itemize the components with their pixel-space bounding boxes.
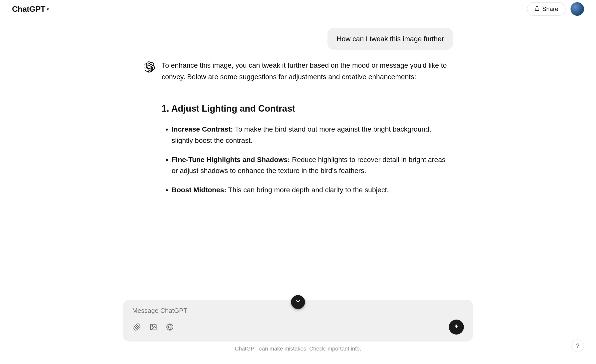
chevron-down-icon — [295, 298, 301, 306]
section-divider — [162, 92, 453, 92]
share-icon — [534, 5, 540, 12]
list-item: Boost Midtones: This can bring more dept… — [172, 184, 453, 196]
input-tools-left — [132, 322, 175, 332]
bullet-detail-3: This can bring more depth and clarity to… — [226, 186, 389, 194]
scroll-down-button[interactable] — [291, 295, 305, 309]
microphone-waves-icon — [453, 323, 460, 332]
bullet-term-3: Boost Midtones: — [172, 186, 226, 194]
user-avatar[interactable] — [571, 2, 584, 16]
share-button[interactable]: Share — [527, 2, 566, 16]
user-message-bubble: How can I tweak this image further — [327, 28, 453, 50]
bullet-list: Increase Contrast: To make the bird stan… — [162, 124, 453, 196]
browse-web-button[interactable] — [165, 322, 175, 332]
disclaimer-text: ChatGPT can make mistakes. Check importa… — [123, 346, 473, 352]
paperclip-icon — [133, 323, 141, 331]
list-item: Fine-Tune Highlights and Shadows: Reduce… — [172, 154, 453, 177]
help-label: ? — [576, 342, 579, 349]
assistant-avatar — [143, 61, 156, 73]
chatgpt-logo-icon — [144, 61, 155, 73]
globe-icon — [166, 323, 174, 331]
bullet-term-1: Increase Contrast: — [172, 125, 233, 133]
assistant-message: To enhance this image, you can tweak it … — [143, 60, 453, 196]
list-item: Increase Contrast: To make the bird stan… — [172, 124, 453, 146]
assistant-intro-text: To enhance this image, you can tweak it … — [162, 60, 453, 83]
chevron-down-icon: ▾ — [47, 6, 49, 12]
bullet-term-2: Fine-Tune Highlights and Shadows: — [172, 156, 290, 164]
image-icon — [150, 323, 157, 331]
share-label: Share — [542, 5, 558, 12]
help-button[interactable]: ? — [572, 340, 584, 352]
voice-input-button[interactable] — [449, 320, 464, 335]
svg-point-2 — [152, 326, 153, 327]
app-header: ChatGPT ▾ Share — [0, 0, 596, 18]
app-title: ChatGPT — [12, 4, 45, 14]
input-toolbar — [132, 320, 464, 335]
attach-file-button[interactable] — [132, 322, 142, 332]
section-heading-1: 1. Adjust Lighting and Contrast — [162, 101, 453, 116]
header-actions: Share — [527, 2, 584, 16]
app-title-button[interactable]: ChatGPT ▾ — [12, 4, 49, 14]
user-message-row: How can I tweak this image further — [143, 28, 453, 50]
image-upload-button[interactable] — [149, 322, 158, 332]
assistant-content: To enhance this image, you can tweak it … — [162, 60, 453, 196]
chat-container: How can I tweak this image further To en… — [123, 18, 473, 253]
avatar-image — [571, 2, 584, 16]
